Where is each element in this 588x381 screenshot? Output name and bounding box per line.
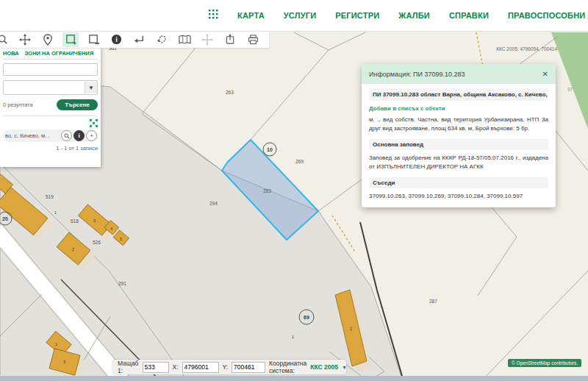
tool-back-arrow[interactable]: [131, 32, 147, 47]
y-label: Y:: [223, 363, 229, 371]
tab-zoni-na-ogranicheniya[interactable]: ЗОНИ НА ОГРАНИЧЕНИЯ: [25, 50, 93, 57]
tool-info[interactable]: i: [108, 32, 124, 47]
tool-location[interactable]: [40, 32, 56, 47]
corner-arrow-icon: [134, 34, 145, 45]
parcel-label: 291: [118, 281, 126, 286]
divider: [3, 115, 98, 116]
map-book-icon: [179, 35, 191, 45]
tab-osnova[interactable]: НОВА: [3, 50, 19, 57]
location-pin-icon: [43, 34, 53, 46]
popup-header: Информация: ПИ 37099.10.283 ✕: [362, 64, 556, 84]
order-text: Заповед за одобрение на КККР РД-18-57/05…: [369, 154, 548, 172]
apps-grid-icon[interactable]: [209, 9, 218, 22]
nav-item-registri[interactable]: РЕГИСТРИ: [335, 11, 379, 20]
parcel-subject: ПИ 37099.10.283 област Варна, община Акс…: [369, 88, 548, 101]
map-statusbar: Мащаб 1: X: Y: Координатна система: ККС …: [112, 360, 346, 374]
building-label: 1: [54, 210, 57, 215]
tool-export[interactable]: [222, 32, 238, 47]
parcel-label: 97: [567, 87, 573, 92]
nav-item-spravki[interactable]: СПРАВКИ: [449, 11, 489, 20]
building-label: 1: [292, 335, 294, 339]
y-coordinate-input[interactable]: [232, 362, 265, 373]
building-label: 2: [72, 247, 74, 252]
parcel-label: 287: [429, 299, 437, 304]
result-info-button[interactable]: i: [74, 130, 85, 141]
neighbors-section-header: Съседи: [369, 177, 548, 188]
magnifier-icon: [0, 34, 8, 45]
tool-map-book[interactable]: [176, 32, 193, 47]
x-coordinate-input[interactable]: [182, 362, 219, 373]
parcel-label: 263: [226, 90, 234, 95]
rect-select-icon: [65, 34, 76, 45]
search-input[interactable]: [3, 63, 98, 76]
crs-label: Координатна система:: [269, 360, 306, 374]
info-icon: i: [111, 34, 122, 45]
scale-label: Мащаб 1:: [118, 360, 139, 374]
info-popup: Информация: ПИ 37099.10.283 ✕ ПИ 37099.1…: [362, 64, 556, 207]
parcel-label: 526: [93, 240, 101, 245]
results-count: 0 резултата: [3, 102, 33, 108]
parcel-label: 519: [46, 194, 54, 199]
popup-title: Информация: ПИ 37099.10.283: [369, 71, 465, 78]
nav-item-pravosposobni-lica[interactable]: ПРАВОСПОСОБНИ ЛИЦА: [508, 11, 588, 20]
nav-item-zhalbi[interactable]: ЖАЛБИ: [398, 11, 430, 20]
filter-select[interactable]: ▼: [3, 80, 98, 95]
tool-rect-deselect[interactable]: [85, 32, 101, 47]
tool-pan[interactable]: [17, 32, 33, 47]
order-section-header: Основна заповед: [369, 139, 548, 150]
parcel-details: м. ., вид собств. Частна, вид територия …: [369, 115, 548, 134]
tool-print[interactable]: [245, 32, 261, 47]
crs-select[interactable]: ККС 2005: [310, 363, 338, 371]
building-label: 3: [63, 360, 65, 364]
parcel-label: 283: [263, 188, 271, 193]
select-caret-icon: ▼: [85, 82, 97, 93]
region-label: 10: [267, 147, 273, 152]
tool-lasso[interactable]: [154, 32, 170, 47]
tool-rect-select[interactable]: [62, 32, 79, 47]
search-button[interactable]: Търсене: [57, 99, 98, 110]
svg-text:i: i: [115, 36, 118, 43]
add-result-button[interactable]: +: [86, 130, 97, 141]
tool-zoom[interactable]: [0, 32, 10, 47]
parcel-label: 269: [295, 159, 304, 164]
nav-item-uslugi[interactable]: УСЛУГИ: [284, 11, 316, 20]
x-label: X:: [173, 363, 179, 371]
close-icon[interactable]: ✕: [542, 70, 548, 78]
region-label: 20: [2, 216, 8, 221]
lasso-icon: [157, 34, 168, 45]
building-label: 5: [120, 237, 122, 241]
magnifier-icon: [64, 133, 70, 139]
region-label: 69: [304, 315, 309, 320]
neighbors-list: 37099.10.263, 37099.10.269, 37099.10.284…: [369, 192, 548, 201]
parcel-label: 294: [209, 201, 218, 206]
expand-icon[interactable]: [90, 119, 98, 127]
rect-deselect-icon: [88, 34, 99, 45]
move-arrows-icon: [19, 34, 31, 46]
bottom-strip: [0, 376, 588, 381]
map-toolbar: i: [0, 31, 269, 48]
search-panel: НОВА ЗОНИ НА ОГРАНИЧЕНИЯ ▼ 0 резултата Т…: [0, 47, 101, 167]
printer-icon: [248, 35, 259, 45]
building-label: 1: [55, 342, 57, 346]
coords-readout: ККС 2005: 4796054, 700414: [496, 46, 557, 51]
osm-attribution[interactable]: © OpenStreetMap contributors.: [508, 359, 581, 367]
building-label: 2: [350, 327, 352, 331]
records-count: 1 - 1 от 1 записи: [3, 145, 98, 152]
add-to-objects-link[interactable]: Добави в списък с обекти: [369, 105, 548, 112]
building-label: 3: [93, 218, 96, 223]
result-list-item[interactable]: во, с. Кичево, м. . i +: [3, 129, 98, 142]
crosshair-icon: [201, 34, 213, 46]
result-item-label: во, с. Кичево, м. .: [5, 132, 49, 139]
zoom-to-result-button[interactable]: [61, 130, 72, 141]
building-label: 4: [110, 227, 112, 231]
parcel-label: 618: [71, 218, 79, 224]
crs-caret-icon[interactable]: ▼: [342, 365, 347, 370]
nav-item-karta[interactable]: КАРТА: [237, 11, 265, 20]
tool-crosshair[interactable]: [199, 32, 215, 47]
scale-input[interactable]: [143, 362, 169, 373]
panel-tabs: НОВА ЗОНИ НА ОГРАНИЧЕНИЯ: [3, 47, 98, 60]
top-navbar: КАРТА УСЛУГИ РЕГИСТРИ ЖАЛБИ СПРАВКИ ПРАВ…: [0, 0, 588, 32]
export-icon: [225, 34, 235, 45]
